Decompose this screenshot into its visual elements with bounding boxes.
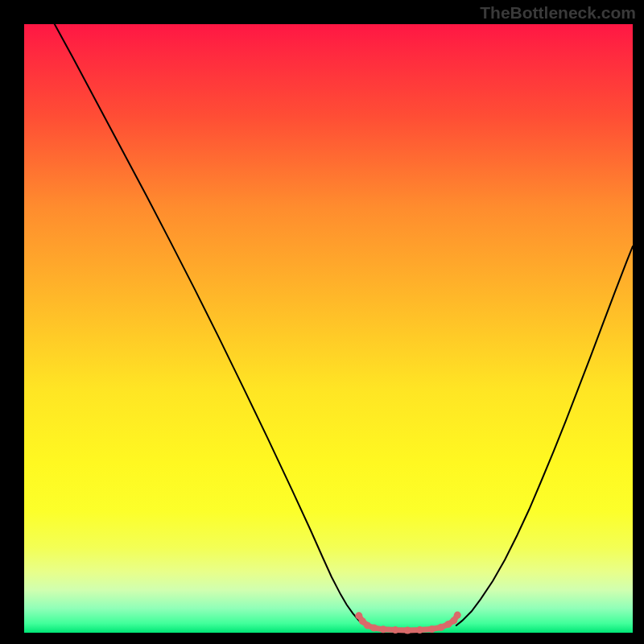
plot-background — [24, 24, 633, 633]
optimal-range-dot — [370, 624, 378, 631]
bottleneck-chart — [0, 0, 644, 644]
optimal-range-dot — [437, 624, 444, 631]
optimal-range-dot — [454, 612, 461, 619]
optimal-range-dot — [416, 626, 423, 634]
optimal-range-dot — [380, 625, 387, 633]
watermark-label: TheBottleneck.com — [480, 3, 636, 23]
chart-container: TheBottleneck.com — [0, 0, 644, 644]
optimal-range-dot — [392, 626, 399, 634]
optimal-range-dot — [404, 626, 411, 634]
optimal-range-dot — [428, 625, 436, 633]
optimal-range-dot — [364, 621, 371, 629]
